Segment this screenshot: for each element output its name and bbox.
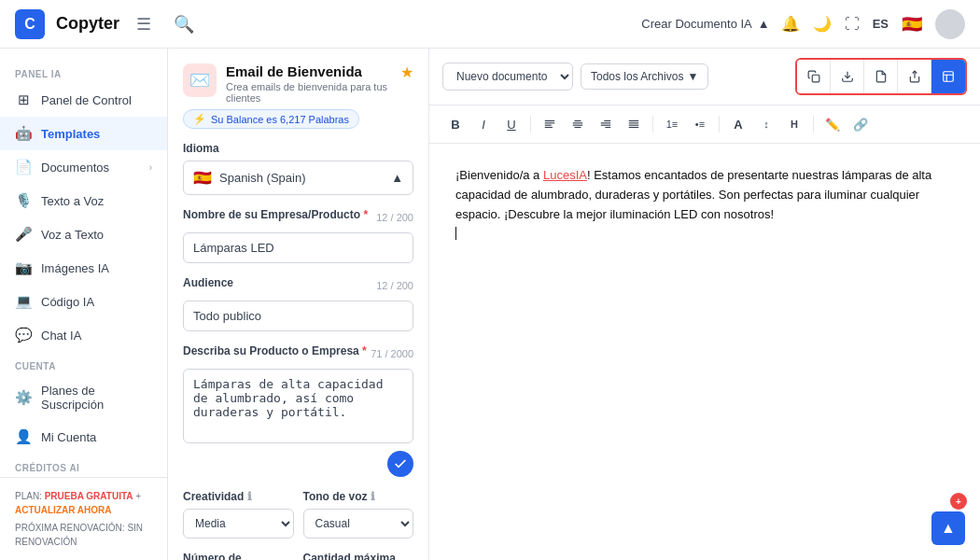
bold-btn[interactable]: B — [442, 111, 469, 137]
sidebar: PANEL IA ⊞ Panel de Control 🤖 Templates … — [0, 49, 168, 560]
toolbar-divider-1 — [530, 116, 531, 133]
bell-icon[interactable]: 🔔 — [781, 15, 800, 33]
doc-btn[interactable] — [864, 60, 898, 93]
svg-rect-3 — [944, 72, 954, 82]
sidebar-item-chat[interactable]: 💬 Chat IA — [0, 318, 167, 352]
align-center-btn[interactable] — [565, 111, 591, 137]
scroll-top-button[interactable]: ▲ — [931, 511, 965, 545]
align-right-btn[interactable] — [593, 111, 619, 137]
search-icon[interactable]: 🔍 — [168, 8, 200, 40]
chevron-down-file-icon: ▼ — [687, 70, 698, 83]
audience-input[interactable] — [183, 301, 413, 331]
sidebar-item-templates[interactable]: 🤖 Templates — [0, 117, 167, 150]
describe-textarea[interactable]: Lámparas de alta capacidad de alumbrado,… — [183, 369, 413, 443]
lang-badge[interactable]: ES — [873, 17, 889, 31]
toolbar-divider-4 — [813, 116, 814, 133]
content-prefix: ¡Bienvenido/a a — [455, 168, 543, 182]
line-height-btn[interactable]: ↕ — [753, 111, 779, 137]
fullscreen-icon[interactable]: ⛶ — [845, 16, 860, 33]
link-btn[interactable]: 🔗 — [847, 111, 874, 137]
renovacion-text: PRÓXIMA RENOVACIÓN: SIN RENOVACIÓN — [15, 521, 152, 549]
chat-icon: 💬 — [15, 327, 32, 343]
app-title: Copyter — [56, 14, 119, 34]
paint-btn[interactable]: ✏️ — [819, 111, 846, 137]
sidebar-item-imagenes[interactable]: 📷 Imágenes IA — [0, 251, 167, 285]
sidebar-item-micuenta[interactable]: 👤 Mi Cuenta — [0, 420, 167, 454]
content-area: ✉️ Email de Bienvenida Crea emails de bi… — [168, 49, 980, 560]
plan-update[interactable]: ACTUALIZAR AHORA — [15, 505, 112, 515]
describe-group: Describa su Producto o Empresa * 71 / 20… — [183, 344, 413, 477]
sidebar-item-texto-voz[interactable]: 🎙️ Texto a Voz — [0, 184, 167, 217]
sidebar-item-planes-label: Planes de Suscripción — [41, 384, 152, 412]
tono-label: Tono de voz ℹ — [303, 490, 414, 503]
panel-section-label: PANEL IA — [0, 60, 167, 83]
sidebar-item-chat-label: Chat IA — [41, 329, 81, 343]
align-justify-btn[interactable] — [621, 111, 647, 137]
code-icon: 💻 — [15, 293, 32, 310]
mic-icon: 🎙️ — [15, 192, 32, 209]
menu-icon[interactable]: ☰ — [131, 8, 157, 40]
describe-label: Describa su Producto o Empresa * — [183, 344, 367, 357]
creatividad-info-icon[interactable]: ℹ — [247, 490, 252, 503]
sidebar-item-panel[interactable]: ⊞ Panel de Control — [0, 83, 167, 117]
main-layout: PANEL IA ⊞ Panel de Control 🤖 Templates … — [0, 49, 980, 560]
audience-char-count: 12 / 200 — [376, 280, 413, 291]
editor-content[interactable]: ¡Bienvenido/a a LucesIA! Estamos encanta… — [429, 144, 980, 560]
doc-select[interactable]: Nuevo documento — [442, 63, 573, 91]
sidebar-item-texto-voz-label: Texto a Voz — [41, 194, 104, 208]
underline-btn[interactable]: U — [498, 111, 525, 137]
lang-select[interactable]: 🇪🇸 Spanish (Spain) ▲ — [183, 161, 413, 195]
logo-icon: C — [15, 9, 45, 39]
crear-documento-btn[interactable]: Crear Documento IA ▲ — [641, 17, 769, 31]
cuenta-section-label: CUENTA — [0, 352, 167, 375]
creatividad-select[interactable]: Media Baja Alta — [183, 509, 294, 539]
file-select[interactable]: Todos los Archivos ▼ — [581, 63, 708, 90]
favorite-star-icon[interactable]: ★ — [400, 63, 413, 81]
plan-info: PLAN: PRUEBA GRATUITA + ACTUALIZAR AHORA… — [0, 477, 167, 560]
nombre-char-count: 12 / 200 — [376, 212, 413, 223]
toolbar-divider-2 — [652, 116, 653, 133]
editor-toolbar: B I U 1≡ •≡ A — [429, 105, 980, 144]
tono-select[interactable]: Casual Formal Amigable — [303, 509, 414, 539]
sidebar-item-documentos[interactable]: 📄 Documentos › — [0, 150, 167, 184]
email-template-icon: ✉️ — [183, 63, 217, 97]
align-left-btn[interactable] — [537, 111, 563, 137]
unordered-list-btn[interactable]: •≡ — [687, 111, 713, 137]
tono-info-icon[interactable]: ℹ — [371, 490, 375, 503]
plan-prueba-link[interactable]: PRUEBA GRATUITA — [45, 491, 133, 501]
share-btn[interactable] — [898, 60, 931, 93]
sidebar-item-voz-texto-label: Voz a Texto — [41, 228, 104, 242]
active-action-btn[interactable] — [931, 60, 965, 93]
avatar[interactable] — [935, 9, 965, 39]
nombre-input[interactable] — [183, 232, 413, 263]
voice-icon: 🎤 — [15, 226, 32, 243]
font-size-btn[interactable]: A — [725, 111, 751, 137]
numero-cantidad-row: Número de resultados ℹ Cantidad máxima p… — [183, 552, 413, 560]
italic-btn[interactable]: I — [470, 111, 497, 137]
ordered-list-btn[interactable]: 1≡ — [659, 111, 685, 137]
nav-icons-right: 🔔 🌙 ⛶ ES 🇪🇸 — [781, 9, 965, 39]
content-link: LucesIA — [543, 168, 587, 182]
file-select-label: Todos los Archivos — [591, 70, 683, 83]
crear-documento-label: Crear Documento IA — [641, 17, 752, 31]
notification-dot[interactable]: + — [950, 493, 967, 510]
moon-icon[interactable]: 🌙 — [813, 15, 832, 33]
sidebar-item-voz-texto[interactable]: 🎤 Voz a Texto — [0, 217, 167, 251]
gear-icon: ⚙️ — [15, 389, 32, 406]
sidebar-item-codigo[interactable]: 💻 Código IA — [0, 285, 167, 318]
scroll-up-icon: ▲ — [941, 520, 956, 537]
copy-btn[interactable] — [797, 60, 831, 93]
cantidad-label: Cantidad máxima por resultado ℹ — [303, 552, 414, 560]
generate-btn[interactable] — [387, 451, 413, 477]
heading-btn[interactable]: H — [781, 111, 807, 137]
download-btn[interactable] — [831, 60, 864, 93]
editor-action-buttons — [795, 58, 967, 95]
editor-topbar: Nuevo documento Todos los Archivos ▼ — [429, 49, 980, 105]
audience-group: Audience 12 / 200 — [183, 276, 413, 331]
ai-icon: 🤖 — [15, 125, 32, 142]
chevron-up-icon: ▲ — [758, 17, 770, 31]
doc-icon: 📄 — [15, 159, 32, 175]
sidebar-item-planes[interactable]: ⚙️ Planes de Suscripción — [0, 375, 167, 420]
form-header: ✉️ Email de Bienvenida Crea emails de bi… — [183, 63, 413, 104]
sidebar-item-micuenta-label: Mi Cuenta — [41, 430, 96, 444]
